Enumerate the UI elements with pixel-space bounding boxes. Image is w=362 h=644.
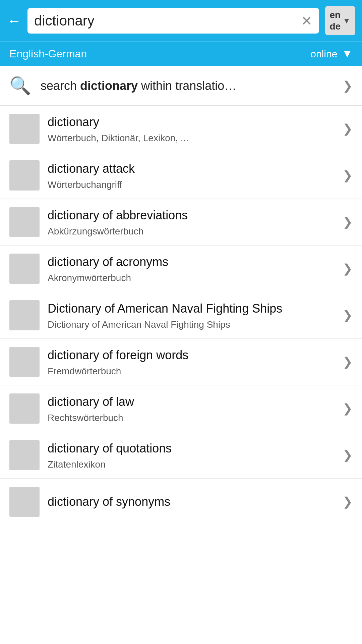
item-title: Dictionary of American Naval Fighting Sh… [48,301,335,317]
item-title: dictionary of foreign words [48,347,335,363]
language-pair-text: en de [330,9,341,32]
item-text: dictionary of law Rechtswörterbuch [48,394,335,423]
item-title: dictionary of synonyms [48,494,335,510]
item-thumbnail [9,487,40,517]
item-text: dictionary Wörterbuch, Diktionär, Lexiko… [48,114,335,144]
item-chevron: ❯ [343,168,353,182]
item-text: dictionary of foreign words Fremdwörterb… [48,347,335,377]
item-title: dictionary of quotations [48,441,335,457]
item-chevron: ❯ [343,215,353,229]
search-icon: 🔍 [9,75,31,96]
item-subtitle: Zitatenlexikon [48,459,335,470]
list-item[interactable]: dictionary of acronyms Akronymwörterbuch… [0,246,362,292]
item-thumbnail [9,393,40,424]
list-item[interactable]: Dictionary of American Naval Fighting Sh… [0,292,362,339]
language-pair-label: English-German [9,48,87,60]
item-chevron: ❯ [343,122,353,136]
item-subtitle: Abkürzungswörterbuch [48,226,335,237]
item-thumbnail [9,300,40,330]
item-thumbnail [9,440,40,470]
item-chevron: ❯ [343,495,353,509]
search-within-row[interactable]: 🔍 search dictionary within translatio… ❯ [0,66,362,106]
list-item[interactable]: dictionary Wörterbuch, Diktionär, Lexiko… [0,106,362,152]
results-list: dictionary Wörterbuch, Diktionär, Lexiko… [0,106,362,525]
item-subtitle: Rechtswörterbuch [48,413,335,423]
item-text: dictionary of quotations Zitatenlexikon [48,441,335,470]
search-within-label: search dictionary within translatio… [41,79,333,93]
status-area: online ▼ [310,48,353,60]
item-title: dictionary of abbreviations [48,208,335,223]
item-chevron: ❯ [343,401,353,416]
item-subtitle: Dictionary of American Naval Fighting Sh… [48,319,335,330]
language-selector[interactable]: en de ▼ [325,6,355,35]
search-bar: ✕ [27,8,319,34]
item-thumbnail [9,207,40,237]
wifi-icon: ▼ [342,48,353,60]
list-item[interactable]: dictionary of law Rechtswörterbuch ❯ [0,385,362,432]
list-item[interactable]: dictionary of quotations Zitatenlexikon … [0,432,362,479]
item-subtitle: Wörterbuch, Diktionär, Lexikon, ... [48,133,335,144]
item-subtitle: Akronymwörterbuch [48,273,335,283]
item-title: dictionary [48,114,335,130]
clear-button[interactable]: ✕ [301,13,312,29]
item-chevron: ❯ [343,448,353,462]
item-text: dictionary of synonyms [48,494,335,510]
item-chevron: ❯ [343,355,353,369]
list-item[interactable]: dictionary attack Wörterbuchangriff ❯ [0,152,362,199]
list-item[interactable]: dictionary of abbreviations Abkürzungswö… [0,199,362,246]
item-chevron: ❯ [343,308,353,322]
item-subtitle: Fremdwörterbuch [48,366,335,377]
list-item[interactable]: dictionary of foreign words Fremdwörterb… [0,339,362,385]
language-dropdown-arrow: ▼ [343,16,351,25]
item-text: dictionary attack Wörterbuchangriff [48,161,335,190]
item-thumbnail [9,347,40,377]
item-title: dictionary attack [48,161,335,177]
online-status: online [310,48,337,60]
item-thumbnail [9,160,40,191]
back-button[interactable]: ← [7,13,21,28]
header: ← ✕ en de ▼ [0,0,362,41]
search-input[interactable] [34,13,298,29]
item-text: dictionary of acronyms Akronymwörterbuch [48,254,335,283]
item-thumbnail [9,114,40,144]
list-item[interactable]: dictionary of synonyms ❯ [0,479,362,525]
item-text: dictionary of abbreviations Abkürzungswö… [48,208,335,237]
item-title: dictionary of law [48,394,335,410]
item-text: Dictionary of American Naval Fighting Sh… [48,301,335,330]
item-title: dictionary of acronyms [48,254,335,270]
item-chevron: ❯ [343,262,353,276]
item-thumbnail [9,254,40,284]
item-subtitle: Wörterbuchangriff [48,179,335,190]
search-within-chevron: ❯ [343,79,353,93]
sub-header: English-German online ▼ [0,41,362,66]
